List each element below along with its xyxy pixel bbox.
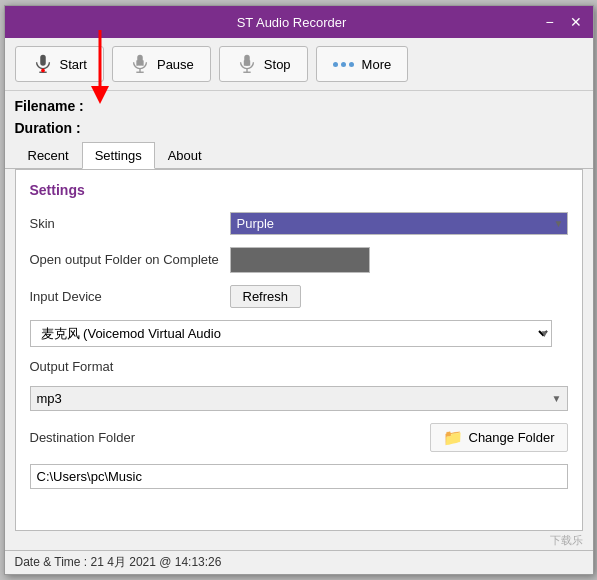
- skin-label: Skin: [30, 216, 230, 231]
- skin-select[interactable]: Purple Blue Green Dark: [230, 212, 568, 235]
- more-dots-icon: [333, 62, 354, 67]
- status-bar: Date & Time : 21 4月 2021 @ 14:13:26: [5, 550, 593, 574]
- more-button[interactable]: More: [316, 46, 409, 82]
- refresh-button[interactable]: Refresh: [230, 285, 302, 308]
- window-title: ST Audio Recorder: [43, 15, 541, 30]
- duration-label: Duration :: [15, 117, 583, 139]
- input-device-select-wrap: 麦克风 (Voicemod Virtual Audio ▼: [30, 320, 568, 347]
- output-format-row: Output Format: [30, 359, 568, 374]
- stop-label: Stop: [264, 57, 291, 72]
- skin-row: Skin Purple Blue Green Dark ▼: [30, 212, 568, 235]
- status-text: Date & Time : 21 4月 2021 @ 14:13:26: [15, 555, 222, 569]
- pause-mic-icon: [129, 53, 151, 75]
- start-label: Start: [60, 57, 87, 72]
- output-format-select[interactable]: mp3 wav ogg flac: [30, 386, 568, 411]
- input-device-select-row: 麦克风 (Voicemod Virtual Audio ▼: [30, 320, 568, 347]
- destination-folder-row: Destination Folder 📁 Change Folder: [30, 423, 568, 452]
- close-button[interactable]: ✕: [567, 15, 585, 29]
- pause-label: Pause: [157, 57, 194, 72]
- input-device-row: Input Device Refresh: [30, 285, 568, 308]
- open-output-row: Open output Folder on Complete: [30, 247, 568, 273]
- tab-about[interactable]: About: [155, 142, 215, 169]
- filename-label: Filename :: [15, 95, 583, 117]
- title-bar: ST Audio Recorder − ✕: [5, 6, 593, 38]
- more-label: More: [362, 57, 392, 72]
- change-folder-button[interactable]: 📁 Change Folder: [430, 423, 568, 452]
- stop-mic-icon: [236, 53, 258, 75]
- pause-button[interactable]: Pause: [112, 46, 211, 82]
- input-device-label: Input Device: [30, 289, 230, 304]
- output-format-select-row: mp3 wav ogg flac ▼: [30, 386, 568, 411]
- open-output-label: Open output Folder on Complete: [30, 252, 230, 267]
- svg-rect-9: [136, 60, 138, 66]
- watermark: 下载乐: [5, 531, 593, 550]
- output-toggle-swatch[interactable]: [230, 247, 370, 273]
- toolbar: Start Pause: [5, 38, 593, 91]
- svg-point-5: [41, 69, 45, 73]
- svg-rect-14: [244, 60, 250, 66]
- title-controls: − ✕: [541, 15, 585, 29]
- settings-content: Settings Skin Purple Blue Green Dark ▼ O…: [15, 169, 583, 531]
- tabs-area: Recent Settings About: [5, 142, 593, 169]
- destination-path-input[interactable]: [30, 464, 568, 489]
- watermark-text: 下载乐: [550, 534, 583, 546]
- skin-select-wrap: Purple Blue Green Dark ▼: [230, 212, 568, 235]
- svg-rect-10: [141, 60, 143, 66]
- tab-settings[interactable]: Settings: [82, 142, 155, 169]
- info-bar: Filename : Duration :: [5, 91, 593, 142]
- start-button[interactable]: Start: [15, 46, 104, 82]
- tab-recent[interactable]: Recent: [15, 142, 82, 169]
- svg-rect-2: [40, 55, 46, 66]
- minimize-button[interactable]: −: [541, 15, 559, 29]
- start-mic-icon: [32, 53, 54, 75]
- change-folder-label: Change Folder: [469, 430, 555, 445]
- output-format-label: Output Format: [30, 359, 230, 374]
- output-format-select-wrap: mp3 wav ogg flac ▼: [30, 386, 568, 411]
- input-device-select[interactable]: 麦克风 (Voicemod Virtual Audio: [30, 320, 552, 347]
- main-window: ST Audio Recorder − ✕: [4, 5, 594, 575]
- destination-folder-label: Destination Folder: [30, 430, 230, 445]
- open-output-control: [230, 247, 568, 273]
- folder-icon: 📁: [443, 428, 463, 447]
- skin-control: Purple Blue Green Dark ▼: [230, 212, 568, 235]
- destination-path-row: [30, 464, 568, 489]
- destination-folder-control: 📁 Change Folder: [230, 423, 568, 452]
- stop-button[interactable]: Stop: [219, 46, 308, 82]
- tab-bar: Recent Settings About: [5, 142, 593, 169]
- input-device-control: Refresh: [230, 285, 568, 308]
- settings-title: Settings: [30, 182, 568, 198]
